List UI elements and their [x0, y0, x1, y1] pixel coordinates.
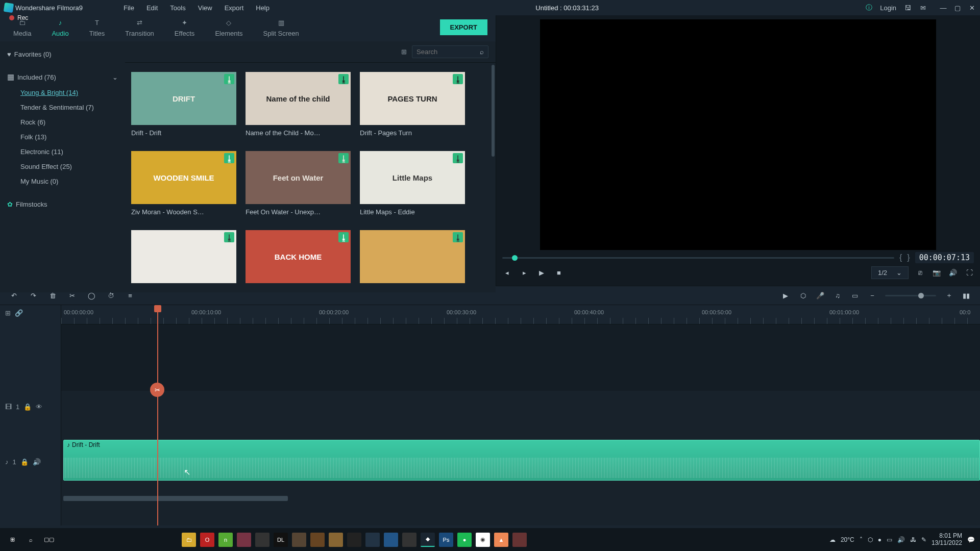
card-thumbnail[interactable]: Feet on Water⭳ [246, 151, 351, 204]
delete-icon[interactable]: 🗑 [48, 291, 57, 300]
sidebar-item-rock[interactable]: Rock (6) [0, 115, 125, 129]
voiceover-icon[interactable]: 🎤 [816, 291, 825, 300]
download-icon[interactable]: ⭳ [338, 74, 349, 84]
menu-export[interactable]: Export [225, 4, 244, 12]
tab-transition[interactable]: ⇄Transition [115, 15, 164, 39]
render-icon[interactable]: ▶ [781, 291, 790, 300]
download-icon[interactable]: ⭳ [453, 153, 463, 163]
link-icon[interactable]: 🔗 [15, 309, 23, 317]
card-thumbnail[interactable]: DRIFT⭳ [131, 72, 236, 125]
marker-icon[interactable]: ⬡ [798, 291, 807, 300]
menu-tools[interactable]: Tools [170, 4, 185, 12]
tray-icon[interactable]: ⬡ [868, 536, 873, 543]
card-thumbnail[interactable]: ⭳ [131, 230, 236, 283]
manage-tracks-icon[interactable]: ⊞ [5, 309, 11, 317]
sidebar-item-my-music[interactable]: My Music (0) [0, 174, 125, 188]
download-icon[interactable]: ⭳ [338, 153, 349, 163]
split-icon[interactable]: ✂ [67, 291, 77, 300]
zoom-out-icon[interactable]: − [868, 291, 877, 300]
search-taskbar-icon[interactable]: ⌕ [23, 533, 38, 547]
search-icon[interactable]: ⌕ [480, 48, 484, 56]
app-chrome[interactable]: ◉ [476, 533, 490, 547]
weather-temp[interactable]: 20°C [841, 536, 854, 543]
export-button[interactable]: EXPORT [440, 19, 487, 35]
sidebar-item-young-bright[interactable]: Young & Bright (14) [0, 86, 125, 99]
download-icon[interactable]: ⭳ [224, 232, 234, 242]
menu-file[interactable]: File [124, 4, 134, 12]
zoom-in-icon[interactable]: ＋ [944, 291, 953, 300]
lock-icon[interactable]: 🔒 [20, 458, 29, 466]
notifications-icon[interactable]: 💬 [967, 536, 975, 543]
grid-view-icon[interactable]: ⊞ [401, 48, 407, 56]
mail-icon[interactable]: ✉ [919, 4, 927, 12]
minimize-icon[interactable]: — [939, 4, 947, 12]
app-photoshop[interactable]: Ps [439, 533, 453, 547]
mixer-icon[interactable]: ♫ [833, 291, 842, 300]
redo-icon[interactable]: ↷ [29, 291, 38, 300]
weather-icon[interactable]: ☁ [829, 536, 836, 543]
speed-icon[interactable]: ⏱ [106, 291, 115, 300]
audio-card[interactable]: ⭳ [131, 230, 236, 283]
app-explorer[interactable]: 🗀 [182, 533, 196, 547]
snapshot-icon[interactable]: 📷 [932, 268, 941, 277]
record-indicator[interactable]: Rec [9, 14, 28, 21]
tray-icon[interactable]: ● [878, 536, 881, 543]
card-thumbnail[interactable]: BACK HOME⭳ [246, 230, 351, 283]
eye-icon[interactable]: 👁 [36, 403, 42, 411]
tab-splitscreen[interactable]: ▥Split Screen [253, 15, 309, 39]
task-view-icon[interactable]: ▢▢ [42, 533, 56, 547]
tab-titles[interactable]: TTitles [79, 15, 115, 39]
start-button[interactable]: ⊞ [5, 533, 19, 547]
undo-icon[interactable]: ↶ [9, 291, 18, 300]
search-input[interactable] [416, 48, 480, 56]
tray-volume-icon[interactable]: 🔊 [897, 536, 905, 543]
sidebar-favorites[interactable]: Favorites (0) [0, 47, 125, 61]
app-spotify[interactable]: ● [457, 533, 472, 547]
playhead[interactable] [157, 305, 158, 525]
mark-in-icon[interactable]: { [899, 253, 902, 262]
cut-bubble-icon[interactable]: ✂ [150, 383, 164, 397]
tray-chevron-icon[interactable]: ˄ [860, 536, 863, 543]
menu-help[interactable]: Help [256, 4, 270, 12]
login-link[interactable]: Login [880, 4, 896, 12]
fullscreen-icon[interactable]: ⛶ [965, 268, 974, 277]
app-opera[interactable]: O [200, 533, 214, 547]
lock-icon[interactable]: 🔒 [23, 403, 32, 411]
audio-card[interactable]: BACK HOME⭳ [246, 230, 351, 283]
audio-clip[interactable]: ♪Drift - Drift [63, 440, 980, 481]
maximize-icon[interactable]: ▢ [953, 4, 962, 12]
tray-network-icon[interactable]: 🖧 [910, 536, 916, 543]
tray-lang-icon[interactable]: ✎ [921, 536, 926, 543]
download-icon[interactable]: ⭳ [224, 153, 234, 163]
audio-card[interactable]: PAGES TURN⭳Drift - Pages Turn [360, 72, 465, 137]
record-preview-icon[interactable]: ⎚ [916, 268, 925, 277]
app-dl[interactable]: DL [274, 533, 288, 547]
sidebar-item-tender[interactable]: Tender & Sentimental (7) [0, 101, 125, 114]
sidebar-item-folk[interactable]: Folk (13) [0, 130, 125, 144]
app-game8[interactable] [384, 533, 398, 547]
tray-battery-icon[interactable]: ▭ [887, 536, 892, 543]
sidebar-included[interactable]: Included (76)⌄ [0, 69, 125, 85]
download-icon[interactable]: ⭳ [224, 74, 234, 84]
tab-effects[interactable]: ✦Effects [164, 15, 205, 39]
play-button[interactable]: ▶ [537, 268, 546, 277]
scrubber-head-icon[interactable] [512, 255, 518, 261]
settings-icon[interactable]: ▭ [850, 291, 860, 300]
audio-card[interactable]: Little Maps⭳Little Maps - Eddie [360, 151, 465, 216]
zoom-slider[interactable] [885, 295, 936, 296]
menu-view[interactable]: View [198, 4, 212, 12]
timeline-ruler[interactable]: 00:00:00:00 00:00:10:00 00:00:20:00 00:0… [61, 305, 980, 324]
preview-viewport[interactable] [540, 19, 936, 250]
card-thumbnail[interactable]: PAGES TURN⭳ [360, 72, 465, 125]
app-game6[interactable] [347, 533, 361, 547]
mark-out-icon[interactable]: } [907, 253, 910, 262]
app-filmora-active[interactable]: ◆ [421, 533, 435, 547]
zoom-fit-icon[interactable]: ▮▮ [962, 291, 971, 300]
search-input-wrap[interactable]: ⌕ [412, 45, 488, 58]
app-game2[interactable] [255, 533, 270, 547]
app-vlc[interactable]: ▲ [494, 533, 508, 547]
menu-edit[interactable]: Edit [146, 4, 158, 12]
tab-audio[interactable]: ♪Audio [41, 15, 79, 39]
preview-quality-dropdown[interactable]: 1/2⌄ [871, 266, 909, 279]
scrollbar-horizontal[interactable] [63, 496, 288, 501]
